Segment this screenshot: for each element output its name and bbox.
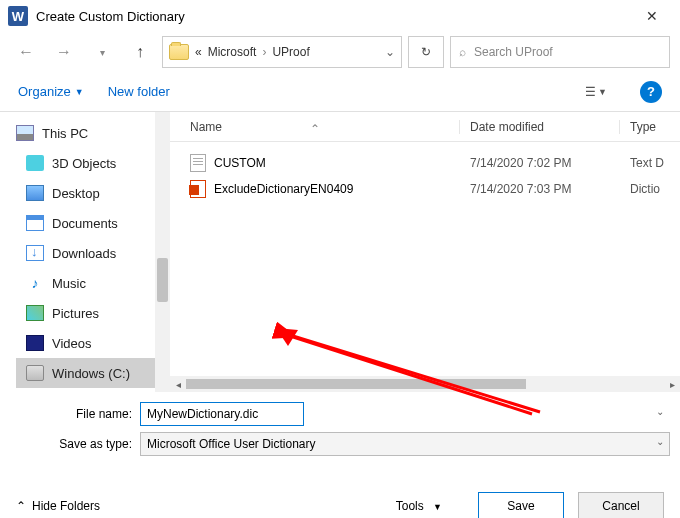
organize-menu[interactable]: Organize ▼ [18,84,84,99]
search-box[interactable]: ⌕ [450,36,670,68]
organize-label: Organize [18,84,71,99]
search-icon: ⌕ [459,45,466,59]
bottom-panel: File name: ⌄ Save as type: Microsoft Off… [0,392,680,518]
file-list: CUSTOM 7/14/2020 7:02 PM Text D ExcludeD… [170,142,680,376]
save-button[interactable]: Save [478,492,564,518]
tree-label: Videos [52,336,92,351]
pc-icon [16,125,34,141]
chevron-down-icon: ▼ [598,87,607,97]
tree-item-downloads[interactable]: Downloads [16,238,170,268]
saveas-row: Save as type: Microsoft Office User Dict… [10,432,670,456]
refresh-button[interactable]: ↻ [408,36,444,68]
tree-label: Pictures [52,306,99,321]
tree-item-documents[interactable]: Documents [16,208,170,238]
chevron-up-icon: ⌃ [16,499,26,513]
folder-tree: This PC 3D Objects Desktop Documents Dow… [0,112,170,392]
tree-label: Music [52,276,86,291]
tree-label: This PC [42,126,88,141]
desktop-icon [26,185,44,201]
toolbar: Organize ▼ New folder ☰ ▼ ? [0,72,680,112]
tree-item-c-drive[interactable]: Windows (C:) [16,358,155,388]
tree-item-this-pc[interactable]: This PC [16,118,170,148]
hide-folders-label: Hide Folders [32,499,100,513]
tree-item-d-drive[interactable]: Data (D:) [16,388,170,392]
word-icon: W [8,6,28,26]
tree-scrollbar[interactable] [155,112,170,392]
office-file-icon [190,180,206,198]
col-name[interactable]: Name ⌃ [170,120,460,134]
cube-icon [26,155,44,171]
search-input[interactable] [474,45,661,59]
column-headers: Name ⌃ Date modified Type [170,112,680,142]
chevron-down-icon: ▼ [75,87,84,97]
tree-label: Windows (C:) [52,366,130,381]
col-date[interactable]: Date modified [460,120,620,134]
window-title: Create Custom Dictionary [36,9,185,24]
sort-asc-icon: ⌃ [310,122,320,136]
col-name-label: Name [190,120,222,134]
h-scrollbar[interactable]: ◂ ▸ [170,376,680,392]
music-icon: ♪ [26,275,44,291]
main-panel: This PC 3D Objects Desktop Documents Dow… [0,112,680,392]
new-folder-button[interactable]: New folder [108,84,170,99]
file-pane: Name ⌃ Date modified Type CUSTOM 7/14/20… [170,112,680,392]
video-icon [26,335,44,351]
col-type[interactable]: Type [620,120,680,134]
scroll-right-icon[interactable]: ▸ [664,376,680,392]
filename-row: File name: ⌄ [10,402,670,426]
tree-item-music[interactable]: ♪ Music [16,268,170,298]
crumb-microsoft[interactable]: Microsoft [208,45,257,59]
list-icon: ☰ [585,85,596,99]
tree-item-pictures[interactable]: Pictures [16,298,170,328]
address-bar[interactable]: « Microsoft › UProof ⌄ [162,36,402,68]
tree-label: 3D Objects [52,156,116,171]
tools-menu[interactable]: Tools ▼ [396,499,442,513]
scroll-left-icon[interactable]: ◂ [170,376,186,392]
close-button[interactable]: ✕ [632,1,672,31]
download-icon [26,245,44,261]
title-bar: W Create Custom Dictionary ✕ [0,0,680,32]
back-button[interactable]: ← [10,37,42,67]
up-button[interactable]: ↑ [124,37,156,67]
chevron-down-icon: ▼ [433,502,442,512]
file-name: ExcludeDictionaryEN0409 [214,182,353,196]
scroll-thumb[interactable] [186,379,526,389]
filename-input[interactable] [140,402,304,426]
view-options[interactable]: ☰ ▼ [576,79,616,105]
crumb-uproof[interactable]: UProof [272,45,309,59]
documents-icon [26,215,44,231]
dropdown-history[interactable]: ▾ [86,37,118,67]
file-type: Dictio [620,182,680,196]
chevron-down-icon[interactable]: ⌄ [656,436,664,447]
saveas-select[interactable]: Microsoft Office User Dictionary [140,432,670,456]
nav-bar: ← → ▾ ↑ « Microsoft › UProof ⌄ ↻ ⌕ [0,32,680,72]
file-row[interactable]: ExcludeDictionaryEN0409 7/14/2020 7:03 P… [170,176,680,202]
button-row: ⌃ Hide Folders Tools ▼ Save Cancel [10,492,670,518]
chevron-down-icon[interactable]: ⌄ [656,406,664,417]
tree-label: Downloads [52,246,116,261]
tree-item-desktop[interactable]: Desktop [16,178,170,208]
crumb-prefix: « [195,45,202,59]
text-file-icon [190,154,206,172]
saveas-label: Save as type: [10,437,140,451]
address-dropdown[interactable]: ⌄ [385,45,395,59]
file-type: Text D [620,156,680,170]
tree-item-videos[interactable]: Videos [16,328,170,358]
hide-folders-toggle[interactable]: ⌃ Hide Folders [16,499,100,513]
file-name: CUSTOM [214,156,266,170]
tree-item-3d-objects[interactable]: 3D Objects [16,148,170,178]
folder-icon [169,44,189,60]
file-date: 7/14/2020 7:03 PM [460,182,620,196]
filename-label: File name: [10,407,140,421]
tools-label: Tools [396,499,424,513]
forward-button: → [48,37,80,67]
cancel-button[interactable]: Cancel [578,492,664,518]
tree-label: Desktop [52,186,100,201]
file-row[interactable]: CUSTOM 7/14/2020 7:02 PM Text D [170,150,680,176]
file-date: 7/14/2020 7:02 PM [460,156,620,170]
drive-icon [26,365,44,381]
tree-label: Documents [52,216,118,231]
help-button[interactable]: ? [640,81,662,103]
saveas-value: Microsoft Office User Dictionary [147,437,316,451]
crumb-sep: › [262,45,266,59]
